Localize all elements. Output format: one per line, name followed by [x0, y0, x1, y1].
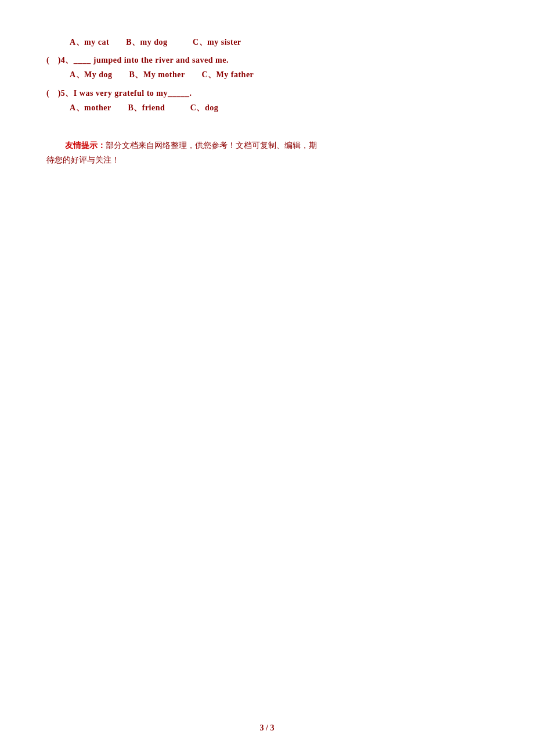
q5-block: ( )5、I was very grateful to my_____. A、m…: [46, 86, 488, 115]
tip-section: 友情提示：部分文档来自网络整理，供您参考！文档可复制、编辑，期 待您的好评与关注…: [46, 138, 488, 167]
q3-options-block: A、my cat B、my dog C、my sister: [46, 35, 488, 49]
q3-options-line: A、my cat B、my dog C、my sister: [70, 35, 488, 49]
q4-options-line: A、My dog B、My mother C、My father: [70, 67, 488, 82]
page-footer: 3 / 3: [0, 723, 534, 733]
q5-question-line: ( )5、I was very grateful to my_____.: [46, 86, 488, 100]
tip-text-line2: 待您的好评与关注！: [46, 153, 488, 167]
q4-question-line: ( )4、____ jumped into the river and save…: [46, 53, 488, 67]
tip-text-line1: 部分文档来自网络整理，供您参考！文档可复制、编辑，期: [106, 141, 317, 150]
tip-content: 友情提示：部分文档来自网络整理，供您参考！文档可复制、编辑，期: [46, 138, 488, 153]
q4-block: ( )4、____ jumped into the river and save…: [46, 53, 488, 82]
page-number: 3 / 3: [260, 723, 275, 732]
q5-options-line: A、mother B、friend C、dog: [70, 100, 488, 115]
tip-label: 友情提示：: [65, 141, 106, 150]
page-content: A、my cat B、my dog C、my sister ( )4、____ …: [0, 0, 534, 202]
